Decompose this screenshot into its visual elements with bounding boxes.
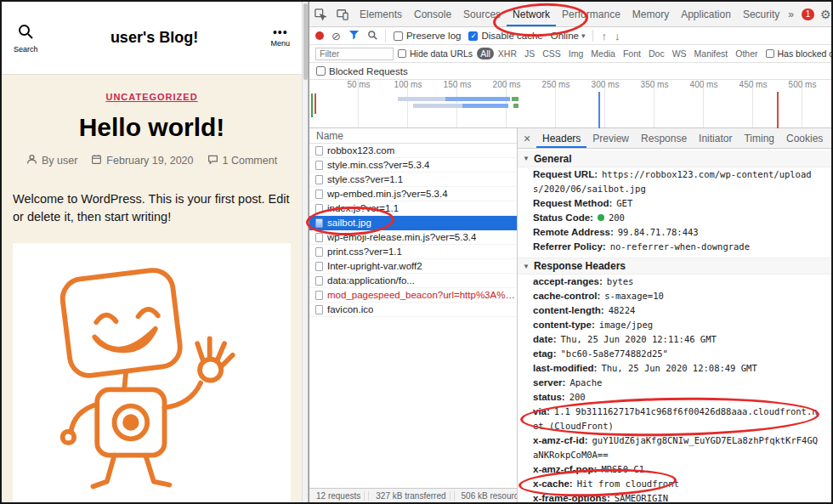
throttling-dropdown[interactable]: Online ▾ xyxy=(551,31,586,41)
record-button[interactable] xyxy=(315,31,324,40)
network-overview-timeline[interactable]: 50 ms100 ms150 ms200 ms250 ms300 ms350 m… xyxy=(309,80,831,128)
details-tab[interactable]: Preview xyxy=(586,128,635,148)
request-row[interactable]: data:application/fo... xyxy=(309,274,517,288)
clear-icon[interactable]: ⊘ xyxy=(332,31,341,42)
request-row[interactable]: robbox123.com xyxy=(309,144,517,158)
preserve-log-box xyxy=(394,31,403,41)
header-row: Remote Address:99.84.71.78:443 xyxy=(518,225,831,240)
search-button[interactable]: Search xyxy=(14,23,38,54)
blog-scrollbar-thumb[interactable] xyxy=(303,3,308,80)
resource-type-pill[interactable]: Media xyxy=(587,48,619,59)
post-title[interactable]: Hello world! xyxy=(2,113,302,142)
filter-funnel-icon[interactable] xyxy=(348,30,360,42)
file-icon xyxy=(315,247,323,257)
blog-scrollbar[interactable] xyxy=(302,2,309,502)
byline-author[interactable]: By user xyxy=(26,154,77,167)
devtools-tab[interactable]: Elements xyxy=(354,2,408,26)
resource-type-pill[interactable]: Other xyxy=(732,48,761,59)
menu-button[interactable]: ••• Menu xyxy=(271,28,291,48)
blocked-requests-checkbox[interactable]: Blocked Requests xyxy=(316,66,408,76)
blocked-requests-label: Blocked Requests xyxy=(329,66,408,76)
close-details-icon[interactable]: × xyxy=(518,128,536,148)
devtools-tab-strip: ElementsConsoleSourcesNetworkPerformance… xyxy=(354,2,785,26)
resource-type-pill[interactable]: CSS xyxy=(539,48,564,59)
header-value: GET xyxy=(616,198,632,208)
requests-name-column-header[interactable]: Name xyxy=(309,128,517,144)
header-key: date: xyxy=(533,334,556,344)
blog-pane: Search user's Blog! ••• Menu UNCATEGORIZ… xyxy=(2,2,302,502)
blog-site-title[interactable]: user's Blog! xyxy=(110,29,198,47)
resource-type-pill[interactable]: JS xyxy=(521,48,538,59)
byline-comments[interactable]: 1 Comment xyxy=(207,154,278,167)
request-name: Inter-upright-var.woff2 xyxy=(327,261,422,271)
request-row[interactable]: wp-embed.min.js?ver=5.3.4 xyxy=(309,187,517,201)
collapse-triangle-icon: ▼ xyxy=(523,155,530,162)
header-row: via:1.1 9b311162717b41c968f6f00426d88aaa… xyxy=(518,405,831,433)
general-section-header[interactable]: ▼ General xyxy=(518,150,831,167)
request-row[interactable]: mod_pagespeed_beacon?url=http%3A%2F%2Fro… xyxy=(309,288,517,303)
requests-panel: Name robbox123.com style.min.css?ver=5.3… xyxy=(309,128,518,502)
header-value: bytes xyxy=(607,276,634,286)
details-tab[interactable]: Initiator xyxy=(693,128,738,148)
devtools-tab[interactable]: Application xyxy=(675,2,737,26)
request-row[interactable]: Inter-upright-var.woff2 xyxy=(309,259,517,274)
header-row: Request Method:GET xyxy=(518,196,831,211)
request-row[interactable]: sailbot.jpg xyxy=(309,216,517,230)
inspect-element-icon[interactable] xyxy=(309,2,332,26)
devtools-tab[interactable]: Security xyxy=(737,2,785,26)
header-row: last-modified:Thu, 25 Jun 2020 12:08:49 … xyxy=(518,361,831,376)
export-har-icon[interactable]: ↓ xyxy=(615,31,620,42)
resource-type-pill[interactable]: Font xyxy=(620,48,644,59)
header-row: server:Apache xyxy=(518,376,831,390)
file-icon xyxy=(315,175,323,184)
filter-input[interactable] xyxy=(315,48,394,60)
request-row[interactable]: wp-emoji-release.min.js?ver=5.3.4 xyxy=(309,230,517,245)
header-key: content-length: xyxy=(533,305,604,315)
devtools-tab[interactable]: Performance xyxy=(556,2,626,26)
more-tabs-icon[interactable]: » xyxy=(785,2,796,26)
search-network-icon[interactable] xyxy=(367,30,377,42)
network-filterbar: Hide data URLs AllXHRJSCSSImgMediaFontDo… xyxy=(309,45,831,63)
details-tab[interactable]: Headers xyxy=(536,128,586,148)
header-row: cache-control:s-maxage=10 xyxy=(518,289,831,303)
disable-cache-checkbox[interactable]: Disable cache xyxy=(468,31,542,41)
devtools-tab[interactable]: Console xyxy=(408,2,457,26)
menu-label: Menu xyxy=(271,39,291,48)
hide-data-urls-checkbox[interactable]: Hide data URLs xyxy=(398,48,473,59)
preserve-log-checkbox[interactable]: Preserve log xyxy=(394,31,462,41)
details-tab[interactable]: Timing xyxy=(738,128,780,148)
byline-date[interactable]: February 19, 2020 xyxy=(91,154,193,167)
request-row[interactable]: print.css?ver=1.1 xyxy=(309,245,517,259)
general-section-title: General xyxy=(534,153,572,165)
devtools-tab[interactable]: Sources xyxy=(457,2,507,26)
header-row: date:Thu, 25 Jun 2020 12:11:46 GMT xyxy=(518,332,831,347)
has-blocked-cookies-label: Has blocked cookies xyxy=(778,48,831,59)
resource-type-pill[interactable]: Manifest xyxy=(691,48,732,59)
request-row[interactable]: favicon.ico xyxy=(309,303,517,317)
response-headers-section-header[interactable]: ▼ Response Headers xyxy=(518,258,831,275)
resource-type-pill[interactable]: Doc xyxy=(645,48,668,59)
resource-type-pill[interactable]: Img xyxy=(565,48,587,59)
has-blocked-cookies-checkbox[interactable]: Has blocked cookies xyxy=(766,48,831,59)
settings-gear-icon[interactable]: ⚙ xyxy=(820,8,831,21)
waterfall-bar xyxy=(512,97,518,101)
devtools-tab[interactable]: Memory xyxy=(626,2,675,26)
error-badge[interactable]: 1 xyxy=(802,8,814,20)
domcontentloaded-marker xyxy=(598,92,600,128)
resource-type-pill[interactable]: WS xyxy=(669,48,690,59)
details-tab[interactable]: Cookies xyxy=(780,128,829,148)
request-row[interactable]: index.js?ver=1.1 xyxy=(309,201,517,216)
timeline-tick: 100 ms xyxy=(383,80,433,92)
device-toolbar-icon[interactable] xyxy=(332,2,354,26)
request-row[interactable]: style.css?ver=1.1 xyxy=(309,173,517,187)
resource-type-pill[interactable]: XHR xyxy=(495,48,520,59)
header-key: x-cache: xyxy=(533,479,573,489)
import-har-icon[interactable]: ↑ xyxy=(601,31,607,42)
header-value: Thu, 25 Jun 2020 12:11:46 GMT xyxy=(560,334,716,344)
post-category-link[interactable]: UNCATEGORIZED xyxy=(2,92,302,102)
devtools-tab[interactable]: Network xyxy=(507,2,556,26)
request-row[interactable]: style.min.css?ver=5.3.4 xyxy=(309,158,517,173)
details-tab[interactable]: Response xyxy=(635,128,693,148)
header-key: Request Method: xyxy=(533,198,612,208)
resource-type-pill[interactable]: All xyxy=(477,48,494,59)
